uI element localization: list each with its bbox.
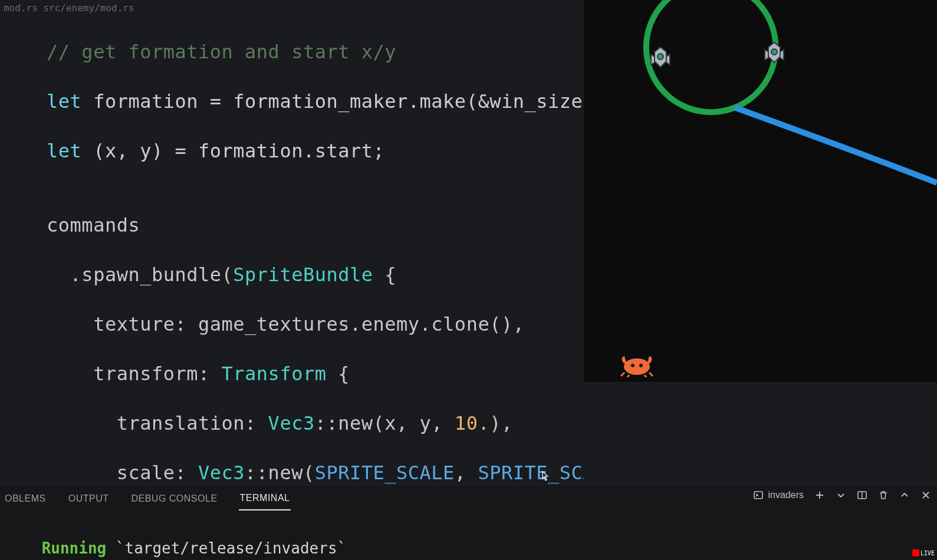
code-text: translation: (0, 412, 268, 434)
breadcrumb[interactable]: mod.rs src/enemy/mod.rs (0, 0, 584, 15)
youtube-label: LIVE (920, 550, 935, 556)
panel-actions: invaders (753, 490, 931, 500)
bottom-panel: OBLEMS OUTPUT DEBUG CONSOLE TERMINAL inv… (0, 485, 937, 560)
close-icon[interactable] (920, 490, 931, 500)
code-text: ), (489, 412, 513, 434)
code-text: commands (0, 213, 584, 238)
indent (0, 41, 47, 63)
term-running: Running (42, 539, 107, 557)
terminal-task-chip[interactable]: invaders (753, 490, 804, 500)
type-transform: Transform (222, 363, 327, 385)
code-text: formation = formation_maker.make(&win_si… (81, 90, 584, 113)
term-text (5, 539, 42, 557)
youtube-badge: LIVE (912, 549, 935, 556)
terminal-task-label: invaders (768, 490, 804, 500)
chevron-down-icon[interactable] (836, 490, 846, 500)
svg-point-3 (631, 364, 634, 367)
root: mod.rs src/enemy/mod.rs // get formation… (0, 0, 937, 560)
code-text: .spawn_bundle( (0, 263, 233, 286)
tab-output[interactable]: OUTPUT (67, 493, 110, 504)
kw-let: let (47, 140, 81, 162)
code-text: ::new(x, y, (315, 412, 455, 434)
const: SPRITE_SCALE (478, 462, 584, 484)
code-editor[interactable]: mod.rs src/enemy/mod.rs // get formation… (0, 0, 584, 485)
code-comment: // get formation and start x/y (47, 41, 396, 63)
type-vec3: Vec3 (268, 412, 315, 434)
code-area[interactable]: // get formation and start x/y let forma… (0, 15, 584, 485)
code-text: { (326, 363, 350, 385)
const: SPRITE_SCALE (315, 462, 455, 484)
split-icon[interactable] (857, 490, 867, 500)
type-vec3: Vec3 (198, 462, 245, 484)
kw-let: let (47, 90, 81, 113)
num: 10. (455, 412, 489, 434)
svg-point-0 (657, 54, 663, 60)
player-crab-icon (619, 351, 655, 377)
trash-icon[interactable] (878, 490, 889, 500)
motion-path (735, 107, 937, 183)
code-text: transform: (0, 363, 222, 385)
tab-terminal[interactable]: TERMINAL (239, 493, 291, 510)
terminal-output[interactable]: Running `target/release/invaders` 022-04… (0, 518, 937, 560)
game-window[interactable] (584, 0, 937, 382)
type-spritebundle: SpriteBundle (233, 263, 373, 286)
enemy-ship-icon (760, 39, 788, 67)
svg-point-2 (624, 358, 650, 375)
code-text: scale: (0, 462, 198, 484)
code-text: (x, y) = formation.start; (81, 140, 384, 162)
tab-problems[interactable]: OBLEMS (4, 493, 47, 504)
term-text: `target/release/invaders` (106, 539, 346, 557)
shell-icon (753, 490, 764, 500)
svg-point-1 (771, 49, 777, 55)
red-dot-icon (912, 549, 919, 556)
tab-debug-console[interactable]: DEBUG CONSOLE (130, 493, 218, 504)
plus-icon[interactable] (814, 490, 825, 500)
enemy-ship-icon (646, 44, 675, 72)
indent (0, 90, 47, 113)
code-text: { (373, 263, 397, 286)
code-text: ::new( (245, 462, 315, 484)
indent (0, 140, 47, 162)
code-text: texture: game_textures.enemy.clone(), (0, 312, 584, 337)
svg-point-4 (639, 364, 643, 367)
chevron-up-icon[interactable] (899, 490, 910, 500)
code-text: , (455, 462, 478, 484)
